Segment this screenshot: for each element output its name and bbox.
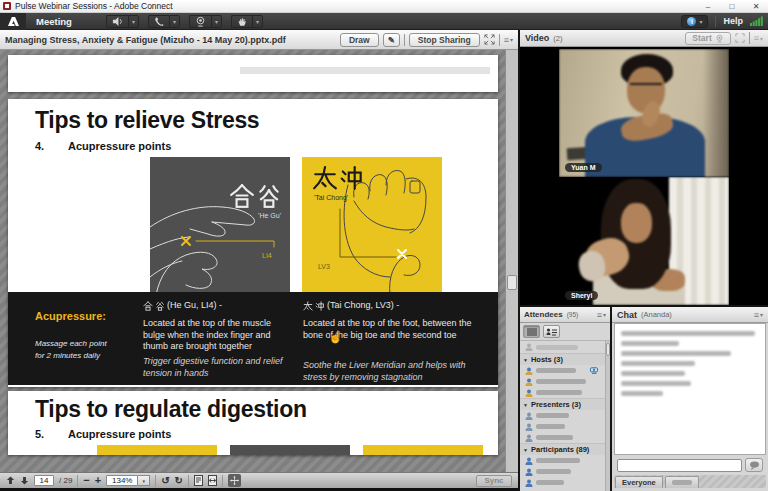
slide-footer-strip: Acupressure: Massage each point for 2 mi… xyxy=(8,292,498,385)
hosts-section-header[interactable]: Hosts (3) xyxy=(520,353,605,365)
raise-hand-dropdown[interactable] xyxy=(252,15,263,28)
svg-text:LI4: LI4 xyxy=(262,252,272,259)
attendees-scrollbar[interactable] xyxy=(605,341,610,491)
fit-width-icon[interactable] xyxy=(208,475,217,486)
speaker-dropdown[interactable] xyxy=(128,15,139,28)
pen-icon: ✎ xyxy=(388,35,395,45)
rotate-left-icon[interactable] xyxy=(161,476,169,486)
start-webcam-button[interactable]: Start xyxy=(685,32,730,45)
page-up-button[interactable] xyxy=(6,476,15,485)
share-pod: Managing Stress, Anxiety & Fatigue (Mizu… xyxy=(0,30,518,491)
attendee-status-view-button[interactable] xyxy=(543,325,560,338)
window-titlebar: Pulse Webinar Sessions - Adobe Connect –… xyxy=(0,0,768,13)
card-stub xyxy=(97,445,217,455)
chat-pod-options-icon[interactable] xyxy=(754,310,763,320)
slide-point-label: Acupressure points xyxy=(68,140,171,152)
app-menubar: Meeting i▾ Help xyxy=(0,13,768,30)
chat-tab-private[interactable] xyxy=(665,476,699,488)
chat-message-input[interactable] xyxy=(617,459,742,472)
webcam-icon[interactable] xyxy=(189,15,211,28)
chat-pod-title: Chat xyxy=(617,310,637,320)
video-fullscreen-icon[interactable] xyxy=(735,33,745,43)
collapse-icon xyxy=(523,357,528,363)
speaker-icon[interactable] xyxy=(106,15,128,28)
document-viewport[interactable]: Tips to relieve Stress 4. Acupressure po… xyxy=(0,50,518,472)
hanzi-taichong xyxy=(312,165,365,191)
webcam-control[interactable] xyxy=(189,15,222,28)
window-title: Pulse Webinar Sessions - Adobe Connect xyxy=(15,1,173,11)
attendee-list-view-button[interactable] xyxy=(523,325,540,338)
card-stub xyxy=(230,445,350,455)
maximize-button[interactable]: □ xyxy=(720,0,744,13)
scrollbar-thumb[interactable] xyxy=(507,275,517,290)
document-scrollbar[interactable] xyxy=(505,50,518,472)
close-button[interactable]: ✕ xyxy=(744,0,768,13)
rotate-right-icon[interactable] xyxy=(175,476,183,486)
attendees-pod-options-icon[interactable] xyxy=(597,310,606,320)
send-chat-button[interactable] xyxy=(745,458,763,472)
raise-hand-control[interactable] xyxy=(231,15,263,28)
acupoint-card-hegu: LI4 'He Gu' xyxy=(150,157,290,295)
video-feed-sheryl: Sheryl xyxy=(559,177,729,305)
attendee-row[interactable] xyxy=(520,477,605,488)
slide-previous-partial xyxy=(8,55,498,92)
phone-dropdown[interactable] xyxy=(169,15,180,28)
webcam-dropdown[interactable] xyxy=(211,15,222,28)
draw-button[interactable]: Draw xyxy=(340,33,379,47)
webcam-icon xyxy=(715,34,724,43)
hanzi-hegu xyxy=(229,183,282,209)
sync-button[interactable]: Sync xyxy=(476,475,512,487)
webcam-active-icon xyxy=(590,367,599,374)
phone-control[interactable] xyxy=(148,15,180,28)
fit-page-icon[interactable] xyxy=(194,475,203,486)
chat-tab-everyone[interactable]: Everyone xyxy=(615,476,663,488)
stop-sharing-button[interactable]: Stop Sharing xyxy=(409,33,480,47)
video-count: (2) xyxy=(553,34,562,43)
speaker-control[interactable] xyxy=(106,15,139,28)
raise-hand-icon[interactable] xyxy=(231,15,252,28)
video-pod: Video (2) Start Yuan M xyxy=(520,30,768,305)
slide-title: Tips to relieve Stress xyxy=(35,107,259,134)
fullscreen-icon[interactable] xyxy=(484,34,495,45)
zoom-in-button[interactable]: + xyxy=(95,475,101,486)
attendee-row[interactable] xyxy=(520,410,605,421)
zoom-level[interactable]: 134% xyxy=(106,475,138,486)
minimize-button[interactable]: – xyxy=(696,0,720,13)
presenters-section-header[interactable]: Presenters (3) xyxy=(520,398,605,410)
page-total-label: / 29 xyxy=(59,476,72,485)
acupressure-heading: Acupressure: xyxy=(35,310,106,322)
pan-tool-icon[interactable] xyxy=(228,474,241,487)
page-number-input[interactable]: 14 xyxy=(34,475,54,486)
app-icon xyxy=(3,2,11,10)
slide-title: Tips to regulate digestion xyxy=(35,396,307,423)
page-down-button[interactable] xyxy=(20,476,29,485)
phone-icon[interactable] xyxy=(148,15,169,28)
card-stub xyxy=(363,445,483,455)
video-pod-options-icon[interactable] xyxy=(754,33,763,43)
chat-message-list[interactable] xyxy=(614,323,766,455)
attendee-row[interactable] xyxy=(520,432,605,443)
attendee-row[interactable] xyxy=(520,466,605,477)
chat-bubble-icon xyxy=(749,461,760,470)
slide-point-number: 5. xyxy=(35,428,44,440)
slide-current: Tips to relieve Stress 4. Acupressure po… xyxy=(8,99,498,387)
connection-info-button[interactable]: i▾ xyxy=(681,15,708,28)
hand-line-art: LI4 xyxy=(150,157,290,295)
attendee-row[interactable] xyxy=(520,376,605,387)
zoom-out-button[interactable]: − xyxy=(83,475,89,486)
pointer-tool-button[interactable]: ✎ xyxy=(383,33,400,47)
help-menu[interactable]: Help xyxy=(723,16,743,26)
scrollbar-thumb[interactable] xyxy=(606,343,610,356)
chat-pod: Chat (Ananda) Everyone xyxy=(612,307,768,491)
signal-strength-icon xyxy=(750,16,763,26)
attendee-row[interactable] xyxy=(520,387,605,398)
attendee-row[interactable] xyxy=(520,455,605,466)
slide-point-label: Acupressure points xyxy=(68,428,171,440)
attendee-row[interactable] xyxy=(520,421,605,432)
zoom-dropdown[interactable] xyxy=(138,475,150,486)
share-pod-options-icon[interactable] xyxy=(504,35,513,45)
participants-section-header[interactable]: Participants (89) xyxy=(520,443,605,455)
svg-text:LV3: LV3 xyxy=(318,263,330,270)
attendee-row[interactable] xyxy=(520,365,605,376)
meeting-menu[interactable]: Meeting xyxy=(36,16,72,27)
